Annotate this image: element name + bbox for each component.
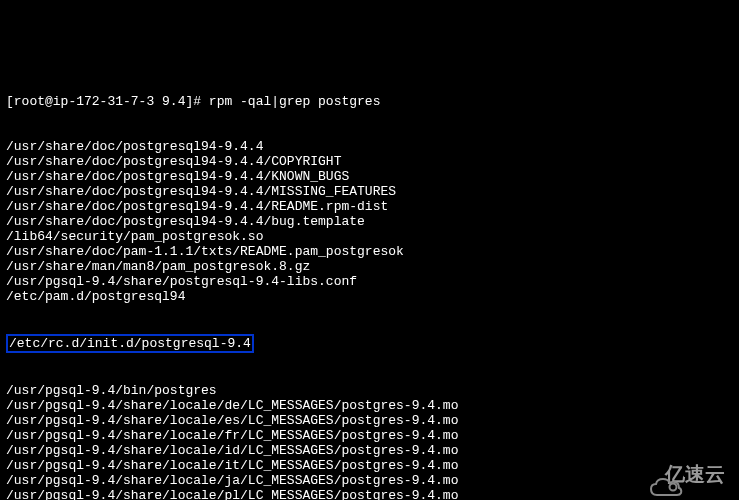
output-line: /usr/share/doc/postgresql94-9.4.4/KNOWN_… <box>6 169 733 184</box>
output-line: /usr/pgsql-9.4/share/locale/it/LC_MESSAG… <box>6 458 733 473</box>
output-line: /usr/pgsql-9.4/share/locale/id/LC_MESSAG… <box>6 443 733 458</box>
output-line: /etc/pam.d/postgresql94 <box>6 289 733 304</box>
output-line: /usr/share/doc/postgresql94-9.4.4/COPYRI… <box>6 154 733 169</box>
highlight-box: /etc/rc.d/init.d/postgresql-9.4 <box>6 334 254 353</box>
output-line: /usr/share/man/man8/pam_postgresok.8.gz <box>6 259 733 274</box>
output-line: /usr/share/doc/postgresql94-9.4.4/bug.te… <box>6 214 733 229</box>
shell-prompt-line: [root@ip-172-31-7-3 9.4]# rpm -qal|grep … <box>6 94 733 109</box>
output-line: /usr/pgsql-9.4/bin/postgres <box>6 383 733 398</box>
svg-point-0 <box>670 484 677 491</box>
highlighted-init-script-line: /etc/rc.d/init.d/postgresql-9.4 <box>6 334 733 353</box>
output-line: /lib64/security/pam_postgresok.so <box>6 229 733 244</box>
output-line: /usr/pgsql-9.4/share/locale/ja/LC_MESSAG… <box>6 473 733 488</box>
output-lines-before: /usr/share/doc/postgresql94-9.4.4/usr/sh… <box>6 139 733 304</box>
output-line: /usr/pgsql-9.4/share/locale/de/LC_MESSAG… <box>6 398 733 413</box>
output-lines-after: /usr/pgsql-9.4/bin/postgres/usr/pgsql-9.… <box>6 383 733 500</box>
output-line: /usr/share/doc/postgresql94-9.4.4 <box>6 139 733 154</box>
output-line: /usr/pgsql-9.4/share/locale/es/LC_MESSAG… <box>6 413 733 428</box>
output-line: /usr/share/doc/postgresql94-9.4.4/README… <box>6 199 733 214</box>
output-line: /usr/pgsql-9.4/share/postgresql-9.4-libs… <box>6 274 733 289</box>
output-line: /usr/share/doc/postgresql94-9.4.4/MISSIN… <box>6 184 733 199</box>
output-line: /usr/share/doc/pam-1.1.1/txts/README.pam… <box>6 244 733 259</box>
watermark-logo: 亿速云 <box>627 462 725 486</box>
terminal-output[interactable]: [root@ip-172-31-7-3 9.4]# rpm -qal|grep … <box>0 60 739 500</box>
output-line: /usr/pgsql-9.4/share/locale/fr/LC_MESSAG… <box>6 428 733 443</box>
output-line: /usr/pgsql-9.4/share/locale/pl/LC_MESSAG… <box>6 488 733 500</box>
cloud-icon <box>627 462 661 486</box>
